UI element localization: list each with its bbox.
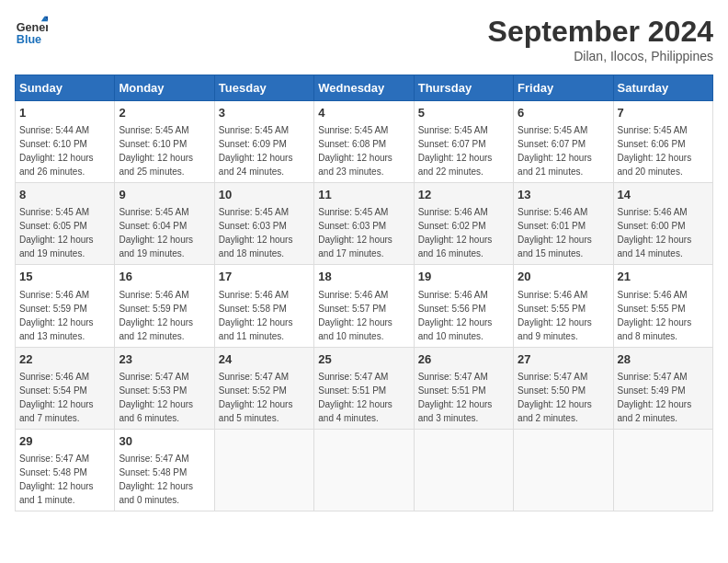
daylight-info: Daylight: 12 hours and 5 minutes. xyxy=(219,399,293,423)
sunrise-info: Sunrise: 5:46 AM xyxy=(618,290,688,300)
day-number: 19 xyxy=(418,269,509,285)
sunrise-info: Sunrise: 5:46 AM xyxy=(418,207,488,217)
calendar-cell: 2Sunrise: 5:45 AMSunset: 6:10 PMDaylight… xyxy=(115,101,214,183)
sunset-info: Sunset: 6:06 PM xyxy=(618,139,686,149)
daylight-info: Daylight: 12 hours and 1 minute. xyxy=(19,481,94,505)
daylight-info: Daylight: 12 hours and 22 minutes. xyxy=(418,153,493,177)
day-number: 21 xyxy=(618,269,709,285)
day-number: 11 xyxy=(318,187,409,203)
sunset-info: Sunset: 6:03 PM xyxy=(318,221,386,231)
sunrise-info: Sunrise: 5:45 AM xyxy=(518,125,587,135)
daylight-info: Daylight: 12 hours and 23 minutes. xyxy=(318,153,392,177)
sunset-info: Sunset: 6:02 PM xyxy=(418,221,486,231)
daylight-info: Daylight: 12 hours and 7 minutes. xyxy=(19,399,94,423)
daylight-info: Daylight: 12 hours and 8 minutes. xyxy=(618,317,692,341)
sunset-info: Sunset: 5:49 PM xyxy=(618,385,686,396)
daylight-info: Daylight: 12 hours and 17 minutes. xyxy=(318,235,392,259)
calendar-week-2: 15Sunrise: 5:46 AMSunset: 5:59 PMDayligh… xyxy=(16,265,713,347)
day-number: 28 xyxy=(618,351,709,368)
calendar-cell: 21Sunrise: 5:46 AMSunset: 5:55 PMDayligh… xyxy=(613,265,712,347)
sunrise-info: Sunrise: 5:45 AM xyxy=(318,207,388,217)
sunrise-info: Sunrise: 5:46 AM xyxy=(318,290,388,300)
calendar-cell: 14Sunrise: 5:46 AMSunset: 6:00 PMDayligh… xyxy=(613,183,712,265)
day-number: 25 xyxy=(318,351,409,368)
logo: General Blue xyxy=(15,15,48,48)
sunrise-info: Sunrise: 5:46 AM xyxy=(518,207,587,217)
month-title: September 2024 xyxy=(488,15,713,49)
sunrise-info: Sunrise: 5:45 AM xyxy=(618,125,688,135)
sunset-info: Sunset: 5:51 PM xyxy=(318,385,386,396)
daylight-info: Daylight: 12 hours and 3 minutes. xyxy=(418,399,493,423)
sunrise-info: Sunrise: 5:47 AM xyxy=(618,372,688,382)
day-number: 30 xyxy=(119,433,210,450)
sunrise-info: Sunrise: 5:45 AM xyxy=(119,125,188,135)
daylight-info: Daylight: 12 hours and 0 minutes. xyxy=(119,481,193,505)
sunrise-info: Sunrise: 5:45 AM xyxy=(318,125,388,135)
sunset-info: Sunset: 6:03 PM xyxy=(219,221,287,231)
sunrise-info: Sunrise: 5:45 AM xyxy=(119,207,188,217)
sunset-info: Sunset: 6:07 PM xyxy=(518,139,586,149)
calendar-cell: 12Sunrise: 5:46 AMSunset: 6:02 PMDayligh… xyxy=(414,183,513,265)
calendar-cell: 11Sunrise: 5:45 AMSunset: 6:03 PMDayligh… xyxy=(314,183,414,265)
sunset-info: Sunset: 5:53 PM xyxy=(119,385,187,396)
calendar-cell: 24Sunrise: 5:47 AMSunset: 5:52 PMDayligh… xyxy=(214,347,313,429)
daylight-info: Daylight: 12 hours and 15 minutes. xyxy=(518,235,592,259)
calendar-cell xyxy=(214,429,313,511)
sunset-info: Sunset: 5:51 PM xyxy=(418,385,486,396)
day-number: 16 xyxy=(119,269,210,285)
day-number: 18 xyxy=(318,269,409,285)
calendar-cell: 23Sunrise: 5:47 AMSunset: 5:53 PMDayligh… xyxy=(115,347,214,429)
sunrise-info: Sunrise: 5:46 AM xyxy=(219,290,289,300)
day-number: 2 xyxy=(119,105,210,121)
day-number: 13 xyxy=(518,187,609,203)
day-number: 4 xyxy=(318,105,409,121)
sunset-info: Sunset: 6:08 PM xyxy=(318,139,386,149)
location: Dilan, Ilocos, Philippines xyxy=(488,49,713,63)
calendar-cell xyxy=(514,429,613,511)
calendar-cell: 29Sunrise: 5:47 AMSunset: 5:48 PMDayligh… xyxy=(16,429,115,511)
daylight-info: Daylight: 12 hours and 10 minutes. xyxy=(318,317,392,341)
sunrise-info: Sunrise: 5:45 AM xyxy=(19,207,89,217)
calendar-table: Sunday Monday Tuesday Wednesday Thursday… xyxy=(15,75,713,511)
calendar-week-0: 1Sunrise: 5:44 AMSunset: 6:10 PMDaylight… xyxy=(16,101,713,183)
sunrise-info: Sunrise: 5:47 AM xyxy=(19,454,89,464)
day-number: 7 xyxy=(618,105,709,121)
sunrise-info: Sunrise: 5:46 AM xyxy=(618,207,688,217)
calendar-cell: 7Sunrise: 5:45 AMSunset: 6:06 PMDaylight… xyxy=(613,101,712,183)
daylight-info: Daylight: 12 hours and 16 minutes. xyxy=(418,235,493,259)
calendar-cell: 16Sunrise: 5:46 AMSunset: 5:59 PMDayligh… xyxy=(115,265,214,347)
sunset-info: Sunset: 5:56 PM xyxy=(418,304,486,314)
page-header: General Blue September 2024 Dilan, Iloco… xyxy=(15,15,713,63)
daylight-info: Daylight: 12 hours and 2 minutes. xyxy=(518,399,592,423)
sunset-info: Sunset: 5:59 PM xyxy=(119,304,187,314)
sunrise-info: Sunrise: 5:46 AM xyxy=(418,290,488,300)
daylight-info: Daylight: 12 hours and 4 minutes. xyxy=(318,399,392,423)
col-sunday: Sunday xyxy=(16,75,115,101)
col-thursday: Thursday xyxy=(414,75,513,101)
calendar-cell: 22Sunrise: 5:46 AMSunset: 5:54 PMDayligh… xyxy=(16,347,115,429)
sunset-info: Sunset: 6:04 PM xyxy=(119,221,187,231)
col-tuesday: Tuesday xyxy=(214,75,313,101)
logo-icon: General Blue xyxy=(15,15,48,48)
sunrise-info: Sunrise: 5:45 AM xyxy=(219,207,289,217)
sunrise-info: Sunrise: 5:46 AM xyxy=(119,290,188,300)
sunrise-info: Sunrise: 5:47 AM xyxy=(418,372,488,382)
daylight-info: Daylight: 12 hours and 10 minutes. xyxy=(418,317,493,341)
calendar-week-1: 8Sunrise: 5:45 AMSunset: 6:05 PMDaylight… xyxy=(16,183,713,265)
col-friday: Friday xyxy=(514,75,613,101)
calendar-cell: 15Sunrise: 5:46 AMSunset: 5:59 PMDayligh… xyxy=(16,265,115,347)
calendar-cell: 5Sunrise: 5:45 AMSunset: 6:07 PMDaylight… xyxy=(414,101,513,183)
daylight-info: Daylight: 12 hours and 9 minutes. xyxy=(518,317,592,341)
sunset-info: Sunset: 5:50 PM xyxy=(518,385,586,396)
sunset-info: Sunset: 6:10 PM xyxy=(119,139,187,149)
calendar-cell: 6Sunrise: 5:45 AMSunset: 6:07 PMDaylight… xyxy=(514,101,613,183)
day-number: 14 xyxy=(618,187,709,203)
daylight-info: Daylight: 12 hours and 24 minutes. xyxy=(219,153,293,177)
calendar-cell: 8Sunrise: 5:45 AMSunset: 6:05 PMDaylight… xyxy=(16,183,115,265)
day-number: 15 xyxy=(19,269,110,285)
sunset-info: Sunset: 5:55 PM xyxy=(518,304,586,314)
sunrise-info: Sunrise: 5:46 AM xyxy=(518,290,587,300)
calendar-cell xyxy=(414,429,513,511)
daylight-info: Daylight: 12 hours and 2 minutes. xyxy=(618,399,692,423)
calendar-cell: 18Sunrise: 5:46 AMSunset: 5:57 PMDayligh… xyxy=(314,265,414,347)
